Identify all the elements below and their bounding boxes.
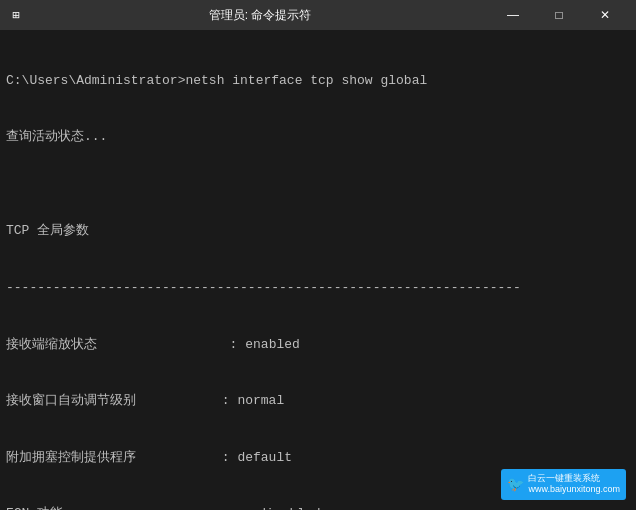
- line-2: 查询活动状态...: [6, 128, 630, 147]
- maximize-button[interactable]: □: [536, 0, 582, 30]
- titlebar: ⊞ 管理员: 命令提示符 — □ ✕: [0, 0, 636, 30]
- line-4: TCP 全局参数: [6, 222, 630, 241]
- line-6: 接收端缩放状态 : enabled: [6, 336, 630, 355]
- cmd-window: ⊞ 管理员: 命令提示符 — □ ✕ C:\Users\Administrato…: [0, 0, 636, 510]
- line-5: ----------------------------------------…: [6, 279, 630, 298]
- line-8: 附加拥塞控制提供程序 : default: [6, 449, 630, 468]
- terminal-content[interactable]: C:\Users\Administrator>netsh interface t…: [0, 30, 636, 510]
- twitter-icon: 🐦: [507, 476, 524, 492]
- watermark: 🐦 白云一键重装系统 www.baiyunxitong.com: [501, 469, 626, 500]
- titlebar-buttons: — □ ✕: [490, 0, 628, 30]
- window-title: 管理员: 命令提示符: [30, 7, 490, 24]
- watermark-label: 白云一键重装系统: [528, 473, 620, 485]
- close-button[interactable]: ✕: [582, 0, 628, 30]
- line-9: ECN 功能 : disabled: [6, 505, 630, 510]
- watermark-site: www.baiyunxitong.com: [528, 484, 620, 496]
- watermark-text: 白云一键重装系统 www.baiyunxitong.com: [528, 473, 620, 496]
- line-7: 接收窗口自动调节级别 : normal: [6, 392, 630, 411]
- window-icon: ⊞: [8, 7, 24, 23]
- minimize-button[interactable]: —: [490, 0, 536, 30]
- line-1: C:\Users\Administrator>netsh interface t…: [6, 72, 630, 91]
